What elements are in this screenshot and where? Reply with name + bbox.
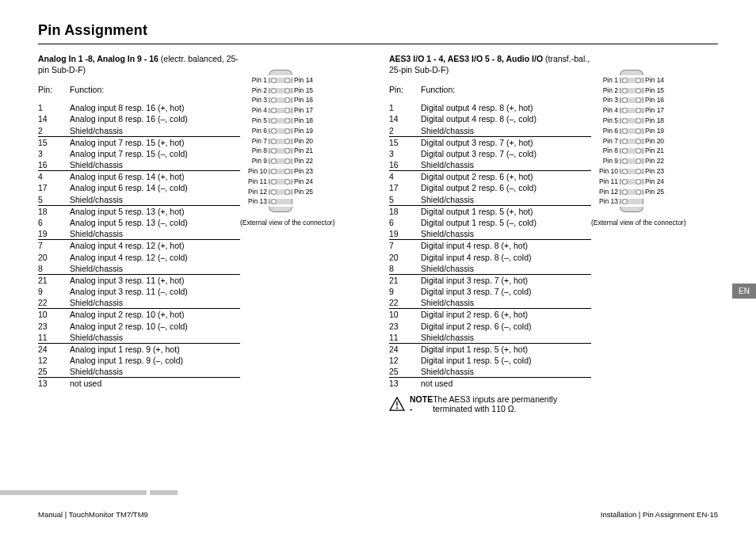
language-tab: EN	[732, 284, 756, 299]
connector-pin-label-right: Pin 15	[292, 86, 323, 95]
page-title: Pin Assignment	[38, 22, 718, 39]
cell-pin: 14	[38, 113, 70, 124]
cell-function: Analog input 4 resp. 12 (+, hot)	[70, 240, 240, 251]
connector-pin-label-left: Pin 1	[591, 76, 620, 85]
connector-pin-label-left: Pin 8	[240, 147, 269, 155]
table-row: 18Digital output 1 resp. 5 (+, hot)	[389, 206, 591, 217]
cell-function: Digital input 4 resp. 8 (+, hot)	[421, 240, 591, 251]
connector-pin-label-right: Pin 25	[643, 188, 674, 196]
cell-function: Digital output 3 resp. 7 (–, cold)	[421, 148, 591, 159]
col-header-pin: Pin:	[38, 85, 70, 94]
pin-table: 1Digital output 4 resp. 8 (+, hot)14Digi…	[389, 102, 591, 389]
connector-pin-label-left: Pin 9	[240, 157, 269, 166]
cell-function: Shield/chassis	[70, 159, 240, 170]
cell-function: Digital output 1 resp. 5 (+, hot)	[421, 206, 591, 217]
cell-function: Shield/chassis	[70, 194, 240, 205]
svg-point-1	[396, 407, 398, 409]
connector-pin-label-left: Pin 3	[591, 96, 620, 105]
connector-pin-label-left: Pin 13	[591, 197, 620, 206]
pin-table: 1Analog input 8 resp. 16 (+, hot)14Analo…	[38, 102, 240, 389]
connector-pin-label-left: Pin 6	[591, 127, 620, 135]
table-header-row: Pin:Function:	[389, 85, 591, 94]
connector-pin-label-right: Pin 17	[292, 106, 323, 115]
table-row: 11Shield/chassis	[389, 332, 591, 343]
table-row: 25Shield/chassis	[389, 366, 591, 377]
table-row: 7Analog input 4 resp. 12 (+, hot)	[38, 240, 240, 251]
cell-pin: 8	[38, 263, 70, 274]
table-row: 17Analog input 6 resp. 14 (–, cold)	[38, 182, 240, 193]
connector-pin-label-left: Pin 5	[240, 116, 269, 125]
warning-icon	[389, 396, 405, 412]
table-row: 14Analog input 8 resp. 16 (–, cold)	[38, 113, 240, 124]
cell-pin: 21	[389, 275, 421, 286]
connector-pin-label-right: Pin 22	[292, 157, 323, 166]
table-row: 21Digital input 3 resp. 7 (+, hot)	[389, 275, 591, 286]
cell-pin: 22	[389, 297, 421, 308]
connector-pin-label-left: Pin 11	[591, 177, 620, 186]
connector-pin-label-right: Pin 15	[643, 86, 674, 95]
connector-pin-label-left: Pin 13	[240, 197, 269, 206]
cell-function: Digital output 4 resp. 8 (+, hot)	[421, 102, 591, 113]
cell-function: Digital input 4 resp. 8 (–, cold)	[421, 252, 591, 263]
cell-function: Analog input 8 resp. 16 (+, hot)	[70, 102, 240, 113]
cell-pin: 12	[38, 355, 70, 366]
connector-pin-label-left: Pin 8	[591, 147, 620, 155]
cell-pin: 25	[38, 366, 70, 377]
connector-pin-label-left: Pin 5	[591, 116, 620, 125]
title-rule	[38, 44, 718, 44]
note-row: NOTE - The AES3 inputs are permanently t…	[389, 394, 591, 413]
pin-group: 7Digital input 4 resp. 8 (+, hot)20Digit…	[389, 240, 591, 275]
cell-function: Digital output 3 resp. 7 (+, hot)	[421, 137, 591, 148]
cell-pin: 4	[38, 171, 70, 182]
cell-function: Analog input 7 resp. 15 (–, cold)	[70, 148, 240, 159]
footer-bars	[0, 490, 178, 495]
connector-pin-label-right: Pin 18	[292, 116, 323, 125]
table-row: 24Analog input 1 resp. 9 (+, hot)	[38, 344, 240, 355]
connector-pin-label-right: Pin 16	[292, 96, 323, 105]
table-subheading: AES3 I/O 1 - 4, AES3 I/O 5 - 8, Audio I/…	[389, 54, 591, 75]
table-row: 2Shield/chassis	[389, 125, 591, 136]
cell-function: Shield/chassis	[421, 159, 591, 170]
connector-pin-label-left: Pin 10	[591, 167, 620, 176]
cell-function: Analog input 3 resp. 11 (+, hot)	[70, 275, 240, 286]
pin-table-column: Analog In 1 -8, Analog In 9 - 16 (electr…	[38, 54, 367, 413]
connector-pin-label-left: Pin 4	[240, 106, 269, 115]
cell-pin: 10	[389, 309, 421, 320]
connector-pin-label-right: Pin 21	[292, 147, 323, 155]
col-header-function: Function:	[70, 85, 104, 94]
connector-pin-label-right: Pin 19	[292, 127, 323, 135]
table-row: 12Analog input 1 resp. 9 (–, cold)	[38, 355, 240, 366]
table-row: 13not used	[389, 378, 591, 389]
table-row: 20Digital input 4 resp. 8 (–, cold)	[389, 252, 591, 263]
cell-function: Digital output 1 resp. 5 (–, cold)	[421, 217, 591, 228]
table-row: 25Shield/chassis	[38, 366, 240, 377]
pin-group: 15Analog input 7 resp. 15 (+, hot)3Analo…	[38, 137, 240, 172]
cell-function: Analog input 4 resp. 12 (–, cold)	[70, 252, 240, 263]
table-header-row: Pin:Function:	[38, 85, 240, 94]
cell-function: not used	[70, 378, 240, 389]
connector-pin-label-left: Pin 2	[591, 86, 620, 95]
pin-table-column: AES3 I/O 1 - 4, AES3 I/O 5 - 8, Audio I/…	[389, 54, 718, 413]
cell-function: Analog input 6 resp. 14 (+, hot)	[70, 171, 240, 182]
table-row: 15Analog input 7 resp. 15 (+, hot)	[38, 137, 240, 148]
table-row: 4Digital output 2 resp. 6 (+, hot)	[389, 171, 591, 182]
table-row: 16Shield/chassis	[389, 159, 591, 170]
cell-pin: 15	[389, 137, 421, 148]
connector-pin-label-left: Pin 1	[240, 76, 269, 85]
columns: Analog In 1 -8, Analog In 9 - 16 (electr…	[38, 54, 718, 413]
connector-pin-label-left: Pin 9	[591, 157, 620, 166]
cell-function: Analog input 1 resp. 9 (–, cold)	[70, 355, 240, 366]
cell-function: Shield/chassis	[70, 228, 240, 239]
cell-function: Digital input 2 resp. 6 (–, cold)	[421, 321, 591, 332]
table-row: 22Shield/chassis	[389, 297, 591, 308]
connector-caption: (External view of the connector)	[591, 219, 686, 227]
table-row: 19Shield/chassis	[38, 228, 240, 239]
connector-pin-label-left: Pin 7	[240, 137, 269, 146]
connector-pin-label-right: Pin 21	[643, 147, 674, 155]
cell-pin: 9	[38, 286, 70, 297]
cell-pin: 6	[38, 217, 70, 228]
connector-pin-label-right: Pin 19	[643, 127, 674, 135]
cell-function: Shield/chassis	[70, 125, 240, 136]
pin-group: 10Digital input 2 resp. 6 (+, hot)23Digi…	[389, 309, 591, 344]
cell-function: Shield/chassis	[421, 125, 591, 136]
